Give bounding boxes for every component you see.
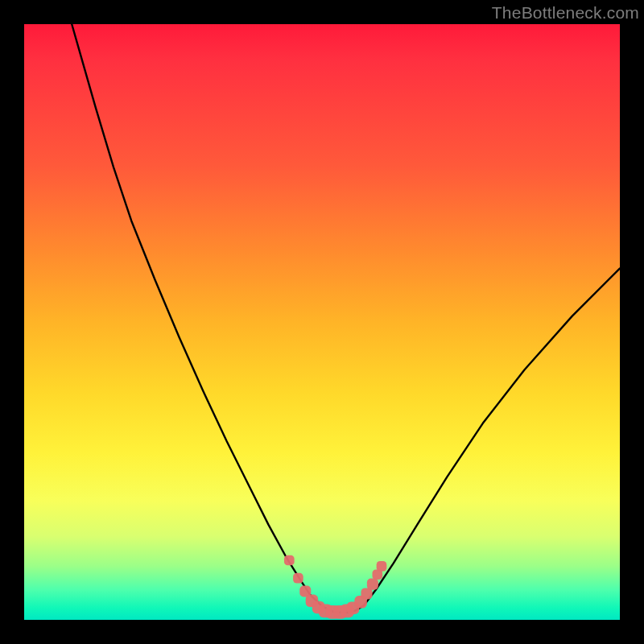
chart-frame: TheBottleneck.com (0, 0, 644, 644)
watermark-text: TheBottleneck.com (492, 3, 639, 23)
plot-area (24, 24, 620, 620)
